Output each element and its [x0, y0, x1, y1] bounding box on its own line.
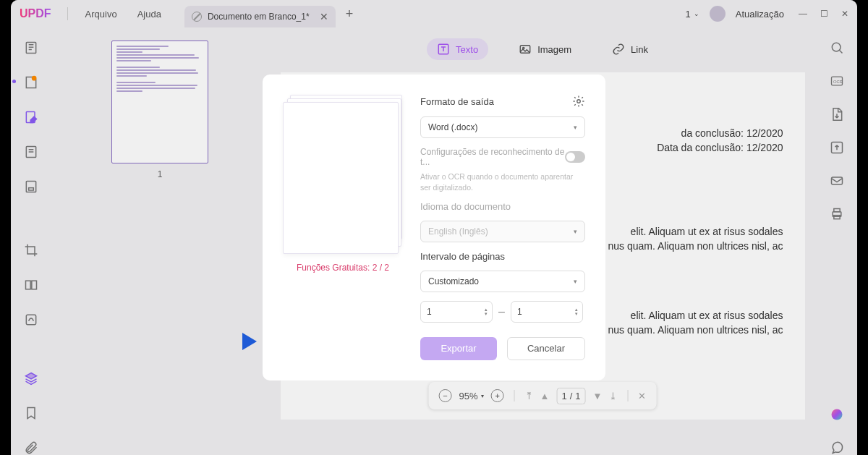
language-label: Idioma do documento	[420, 201, 585, 212]
ocr-helper-text: Ativar o OCR quando o documento aparenta…	[420, 171, 585, 192]
callout-arrow-icon	[213, 328, 257, 357]
dialog-form: Formato de saída Word (.docx)▾ Configura…	[420, 95, 585, 360]
svg-point-21	[577, 100, 581, 103]
ocr-settings-label: Configurações de reconhecimento de t...	[420, 147, 565, 167]
range-from-input[interactable]: 1▴▾	[420, 301, 493, 323]
gear-icon[interactable]	[572, 95, 585, 108]
range-dash: –	[498, 305, 505, 318]
free-features-text: Funções Gratuitas: 2 / 2	[297, 263, 389, 273]
range-select[interactable]: Customizado▾	[420, 271, 585, 292]
format-select[interactable]: Word (.docx)▾	[420, 116, 585, 138]
language-select[interactable]: English (Inglês)▾	[420, 221, 585, 242]
export-button[interactable]: Exportar	[420, 337, 497, 360]
ocr-toggle[interactable]	[565, 151, 585, 163]
dialog-preview: Funções Gratuitas: 2 / 2	[283, 95, 403, 360]
modal-overlay: Funções Gratuitas: 2 / 2 Formato de saíd…	[0, 0, 868, 455]
page-range-label: Intervalo de páginas	[420, 251, 585, 262]
preview-stack	[283, 95, 403, 255]
cancel-button[interactable]: Cancelar	[507, 337, 585, 360]
export-dialog: Funções Gratuitas: 2 / 2 Formato de saíd…	[263, 75, 605, 380]
output-format-label: Formato de saída	[420, 96, 494, 107]
range-to-input[interactable]: 1▴▾	[511, 301, 583, 323]
